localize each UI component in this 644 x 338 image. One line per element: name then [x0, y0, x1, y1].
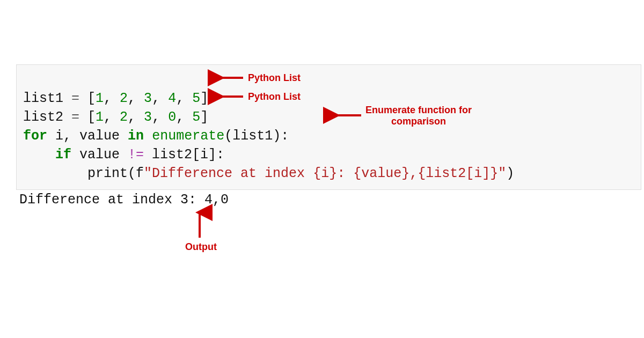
str: " [498, 166, 506, 181]
interp-i: {i} [313, 166, 337, 181]
code-line-1: list1 = [1, 2, 3, 4, 5] [23, 91, 208, 106]
comma: , [128, 109, 144, 125]
fn-print: print [87, 166, 128, 181]
rbracket: ] [200, 91, 208, 106]
num: 2 [120, 109, 128, 125]
rbracket: ] [200, 109, 208, 125]
str: , [409, 166, 418, 181]
comma: , [176, 109, 192, 125]
comma: , [176, 91, 192, 106]
num: 2 [120, 91, 128, 106]
annotation-python-list-2: Python List [248, 91, 301, 102]
str: : [337, 166, 353, 181]
sp [120, 128, 128, 144]
indent [23, 166, 87, 181]
num: 3 [144, 91, 152, 106]
num: 1 [96, 91, 104, 106]
args: (list1): [224, 128, 289, 144]
num: 3 [144, 109, 152, 125]
fn-enumerate: enumerate [152, 128, 224, 144]
comma: , [63, 128, 79, 144]
num: 5 [192, 109, 200, 125]
var-i: i [55, 128, 63, 144]
annotation-enumerate: Enumerate function for comparison [365, 105, 472, 127]
arrow-up-icon [194, 209, 205, 241]
eq: = [63, 91, 87, 106]
expr-list2i: list2[i]: [152, 147, 224, 163]
comma: , [104, 109, 120, 125]
comma: , [104, 91, 120, 106]
code-line-5: print(f"Difference at index {i}: {value}… [23, 166, 514, 181]
sp [71, 147, 79, 163]
code-block: list1 = [1, 2, 3, 4, 5] list2 = [1, 2, 3… [16, 64, 641, 190]
var-list1: list1 [23, 91, 63, 106]
sp [47, 128, 55, 144]
comma: , [152, 109, 168, 125]
code-line-3: for i, value in enumerate(list1): [23, 128, 289, 144]
num: 4 [168, 91, 176, 106]
code-line-2: list2 = [1, 2, 3, 0, 5] [23, 109, 208, 125]
output-text: Difference at index 3: 4,0 [19, 190, 229, 209]
p: (f [128, 166, 144, 181]
kw-for: for [23, 128, 47, 144]
comma: , [152, 91, 168, 106]
p: ) [506, 166, 514, 181]
interp-value: {value} [353, 166, 409, 181]
str: "Difference at index [144, 166, 313, 181]
lbracket: [ [87, 91, 96, 106]
sp [144, 128, 152, 144]
code-line-4: if value != list2[i]: [23, 147, 224, 163]
interp-list2i: {list2[i]} [418, 166, 498, 181]
kw-in: in [128, 128, 144, 144]
comma: , [128, 91, 144, 106]
kw-if: if [55, 147, 71, 163]
lbracket: [ [87, 109, 96, 125]
indent [23, 147, 55, 163]
op-neq: != [120, 147, 152, 163]
var-list2: list2 [23, 109, 63, 125]
var-value: value [79, 147, 120, 163]
var-value: value [79, 128, 120, 144]
num: 1 [96, 109, 104, 125]
annotation-output: Output [185, 241, 217, 253]
eq: = [63, 109, 87, 125]
annotation-python-list-1: Python List [248, 72, 301, 84]
num: 5 [192, 91, 200, 106]
num: 0 [168, 109, 176, 125]
